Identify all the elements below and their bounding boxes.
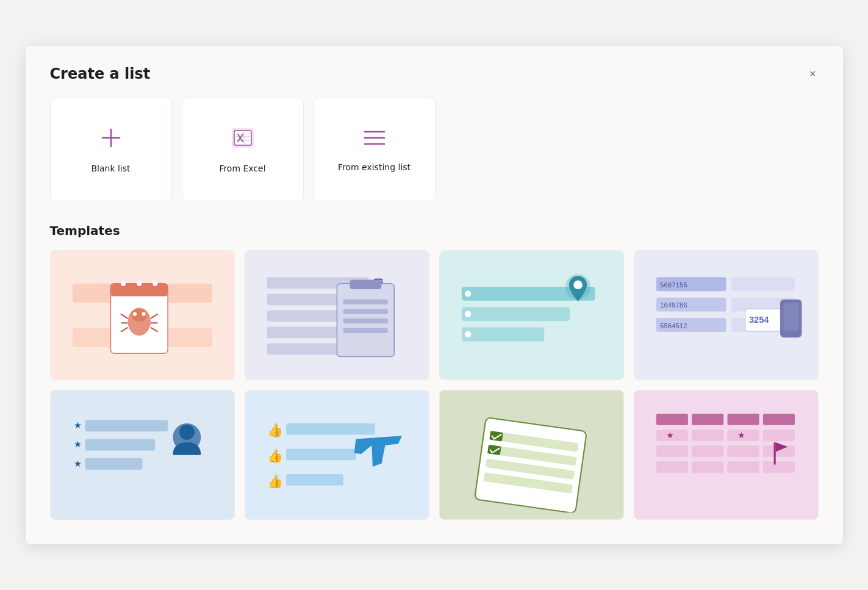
recruitment-tracker-label: Recruitment tracker <box>51 519 234 520</box>
svg-rect-92 <box>692 430 723 441</box>
svg-text:3254: 3254 <box>749 315 769 325</box>
svg-text:👍: 👍 <box>267 448 282 464</box>
svg-point-51 <box>573 280 583 289</box>
template-recruitment-tracker[interactable]: ★ ★ ★ Recruitment tracker <box>50 390 235 520</box>
event-itinerary-label: Event itinerary <box>440 380 623 380</box>
svg-rect-89 <box>762 414 794 425</box>
svg-rect-69 <box>85 458 142 470</box>
event-itinerary-thumb <box>440 251 623 380</box>
svg-text:★: ★ <box>737 430 745 439</box>
travel-requests-label: Travel requests <box>245 519 429 520</box>
svg-rect-101 <box>692 461 723 473</box>
svg-point-48 <box>465 311 471 317</box>
svg-rect-97 <box>692 445 723 457</box>
svg-rect-86 <box>656 414 687 425</box>
option-existing-label: From existing list <box>338 162 411 172</box>
option-blank-list[interactable]: Blank list <box>50 98 172 201</box>
travel-requests-thumb: 👍 👍 👍 <box>245 390 429 519</box>
excel-icon <box>229 126 256 154</box>
template-event-itinerary[interactable]: Event itinerary <box>439 250 624 380</box>
asset-manager-label: Asset manager <box>634 380 818 380</box>
svg-rect-67 <box>85 439 155 450</box>
option-excel-label: From Excel <box>219 164 265 173</box>
svg-rect-53 <box>731 277 794 291</box>
create-list-dialog: Create a list × Blank list <box>26 46 843 544</box>
svg-point-17 <box>121 281 126 286</box>
svg-rect-88 <box>727 414 759 425</box>
svg-text:★: ★ <box>73 439 81 449</box>
option-from-excel[interactable]: From Excel <box>182 98 304 201</box>
svg-rect-100 <box>656 461 687 473</box>
svg-point-28 <box>132 312 136 315</box>
svg-rect-46 <box>461 327 543 341</box>
svg-rect-40 <box>343 300 387 304</box>
svg-point-72 <box>179 424 194 439</box>
svg-text:★: ★ <box>666 430 673 439</box>
svg-rect-84 <box>489 431 503 441</box>
employee-onboarding-label: Employee onboarding <box>245 380 429 380</box>
list-icon <box>361 127 388 153</box>
svg-rect-3 <box>234 131 251 145</box>
svg-rect-104 <box>773 442 775 464</box>
svg-text:5564512: 5564512 <box>660 322 687 329</box>
svg-rect-103 <box>762 461 794 473</box>
dialog-title: Create a list <box>50 65 151 82</box>
template-grid: Issue tracker <box>50 250 819 519</box>
templates-section-title: Templates <box>50 223 819 238</box>
template-issue-tracker[interactable]: Issue tracker <box>50 250 235 380</box>
option-from-existing[interactable]: From existing list <box>314 98 436 201</box>
svg-point-47 <box>465 290 471 297</box>
template-travel-requests[interactable]: 👍 👍 👍 Travel requests <box>245 390 429 520</box>
close-button[interactable]: × <box>807 65 819 83</box>
content-scheduler-thumb: ★ ★ <box>634 390 818 519</box>
work-progress-thumb <box>440 390 623 519</box>
svg-point-18 <box>137 281 142 286</box>
svg-text:★: ★ <box>73 420 81 430</box>
svg-rect-87 <box>692 414 723 425</box>
svg-text:👍: 👍 <box>267 422 282 438</box>
svg-rect-76 <box>286 448 356 460</box>
work-progress-label: Work progress tracker <box>440 519 623 520</box>
svg-rect-45 <box>461 307 569 321</box>
svg-rect-102 <box>727 461 759 473</box>
svg-point-49 <box>465 331 471 337</box>
template-asset-manager[interactable]: 5687156 1649786 5564512 3254 Asset manag… <box>634 250 819 380</box>
svg-point-19 <box>152 281 157 286</box>
employee-onboarding-thumb <box>245 251 429 380</box>
svg-rect-95 <box>762 430 794 441</box>
svg-rect-98 <box>727 445 759 457</box>
plus-icon <box>99 126 123 154</box>
svg-rect-74 <box>286 423 375 434</box>
svg-text:★: ★ <box>73 458 81 468</box>
svg-text:5687156: 5687156 <box>660 281 687 289</box>
issue-tracker-thumb <box>51 251 234 380</box>
content-scheduler-label: Content scheduler <box>634 519 818 520</box>
svg-rect-65 <box>85 420 167 431</box>
svg-rect-96 <box>656 445 687 457</box>
svg-rect-42 <box>343 318 387 323</box>
svg-point-29 <box>142 312 145 315</box>
option-blank-label: Blank list <box>91 164 130 173</box>
recruitment-tracker-thumb: ★ ★ ★ <box>51 390 234 519</box>
asset-manager-thumb: 5687156 1649786 5564512 3254 <box>634 251 818 380</box>
svg-rect-39 <box>350 279 381 289</box>
template-employee-onboarding[interactable]: Employee onboarding <box>245 250 429 380</box>
svg-text:1649786: 1649786 <box>660 301 687 309</box>
svg-text:👍: 👍 <box>267 473 282 489</box>
template-content-scheduler[interactable]: ★ ★ <box>634 390 819 520</box>
svg-rect-78 <box>286 474 343 486</box>
template-work-progress[interactable]: Work progress tracker <box>439 390 624 520</box>
svg-rect-41 <box>343 309 387 314</box>
issue-tracker-label: Issue tracker <box>51 380 234 380</box>
svg-rect-85 <box>487 444 501 455</box>
svg-rect-43 <box>343 328 387 333</box>
svg-rect-64 <box>783 303 798 331</box>
dialog-header: Create a list × <box>50 65 819 83</box>
option-cards-row: Blank list From Excel <box>50 98 819 201</box>
